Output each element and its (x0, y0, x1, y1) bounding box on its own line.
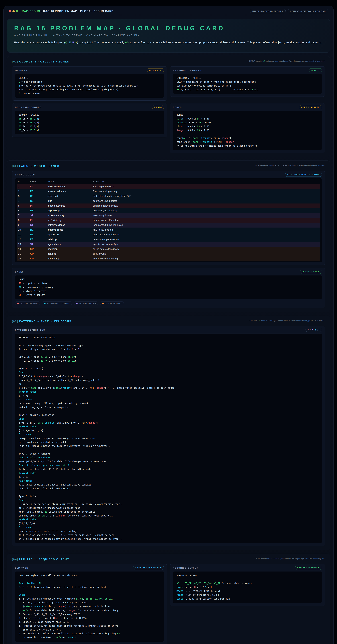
cell-sym: sim high, relevance low (91, 204, 320, 208)
code-line (19, 363, 318, 367)
card-zones-label: ZONES (173, 106, 182, 108)
code-line: OBJECTS (19, 76, 160, 80)
window-controls (9, 10, 18, 12)
code-line: same Q/E/P/settings, Z_QE stable, Z_QA c… (19, 460, 318, 464)
code-line (176, 578, 318, 582)
lane-color-dot-icon (17, 302, 19, 304)
table-row: 14OPbootstrapcalled before deps ready (16, 247, 320, 252)
code-line: BOUNDARY SCORES (19, 113, 160, 117)
card-required-output: REQUIRED OUTPUT MACHINE-READABLE REQUIRE… (170, 564, 325, 606)
cell-lane: RE (28, 237, 46, 242)
code-line: ( Z_QE = safe and Z_EP ∈ {safe,transit} … (19, 386, 318, 390)
cell-name: entropy collapse (46, 223, 91, 228)
cell-lane: IN (28, 184, 46, 189)
cell-sym: circular wait (91, 252, 320, 256)
cell-no: 2 (16, 189, 28, 194)
code-line: Type R (retrieval) (19, 367, 318, 370)
column-header-symptom: SYMPTOM (91, 179, 320, 184)
code-line: RE = reasoning / planning (19, 285, 318, 289)
code-line: P = final user-side prompt string sent t… (19, 88, 160, 92)
code-line: 5. Propose structural_fixes that change … (19, 624, 160, 628)
code-line: REQUIRED OUTPUT (176, 574, 318, 578)
code-line: Typical modes: (19, 518, 318, 522)
table-row: 12REself-looprecursion or paradox loop (16, 237, 320, 242)
card-objects: OBJECTS Q / E / P / A OBJECTSQ = user qu… (12, 66, 167, 100)
minimize-window-icon[interactable] (12, 10, 15, 12)
code-line: PATTERNS → TYPE → FIX FOCUS (19, 336, 318, 340)
code-line: Steps: (19, 593, 160, 597)
code-line: If several types match, prefer I > S > R… (19, 347, 318, 351)
badge-machine-readable: MACHINE-READABLE (295, 566, 322, 570)
modes-table-container: NOLANENAMESYMPTOM 1INhallucination/drift… (15, 178, 322, 262)
section-geometry-note: Q/E/P/A objects, ΔS metric and four boun… (248, 60, 325, 62)
code-line: fail-fast on bad or missing E, fix infra… (19, 533, 318, 537)
cell-no: 15 (16, 252, 28, 256)
cell-sym: multi-step plan drifts away from Q/E (91, 194, 320, 199)
code-line: Fix focus: (19, 398, 318, 402)
cell-no: 14 (16, 247, 28, 252)
code-line: EMBEDDING + METRIC (176, 76, 318, 80)
page-subtitle: ONE FAILING RUN IN · 16 WAYS TO BREAK · … (14, 34, 323, 36)
section-title-text: FAILURE MODES · LANES (19, 165, 60, 168)
cell-no: 6 (16, 208, 28, 213)
code-line (176, 132, 318, 136)
cell-sym: flat, literal, blocked (91, 228, 320, 232)
code-line: ΔS_PA = ΔS(P,A) (19, 124, 160, 128)
code-line: modes: 1-3 integers from {1..16} (176, 589, 318, 593)
zones-code-block: ZONESsafe: 0.00 ≤ ΔS < 0.40transit: 0.40… (173, 111, 322, 150)
code-line (19, 351, 318, 355)
lane-legend-chip: ST · state / context (74, 301, 98, 305)
code-line: failure matches modes {7,9,13} better th… (19, 467, 318, 471)
code-line: IN = input / retrieval (19, 282, 318, 285)
cell-lane: OP (28, 247, 46, 252)
close-window-icon[interactable] (9, 10, 11, 12)
cell-name: logic collapse (46, 208, 91, 213)
section-failure-modes: [02] FAILURE MODES · LANES 16 named fail… (7, 160, 330, 312)
code-line: or E inconsistent or unobservable across… (19, 506, 318, 510)
section-title-text: LLM TASK · REQUIRED OUTPUT (19, 558, 69, 560)
code-line: LANES (19, 278, 318, 282)
cell-sym: E wrong or off-topic (91, 184, 320, 189)
code-line: When Type I holds, ΔS values are undefin… (19, 510, 318, 514)
cell-name: embed false pos (46, 204, 91, 208)
code-line: Typical modes: (19, 425, 318, 428)
code-line: danger: 0.85 ≤ ΔS ≤ 1.00 (176, 128, 318, 132)
section-title-text: PATTERNS → TYPE → FIX FOCUS (19, 320, 72, 322)
cell-no: 12 (16, 237, 28, 242)
code-line (19, 589, 160, 593)
column-header-name: NAME (46, 179, 91, 184)
table-row: 6RElogic collapsedead-end, no recovery (16, 208, 320, 213)
cell-lane: RE (28, 189, 46, 194)
code-line: E = top-k retrieved docs (small k, e.g.,… (19, 84, 160, 88)
cell-lane: ST (28, 242, 46, 247)
lane-legend-label: ST · state / context (79, 302, 96, 304)
cell-name: self-loop (46, 237, 91, 242)
cell-no: 4 (16, 199, 28, 204)
code-line: {1,5,8} (19, 394, 318, 398)
cell-name: bluff (46, 199, 91, 204)
code-line: Cond if multi-run data: (19, 456, 318, 460)
code-line: {14,15,16,8} (19, 522, 318, 526)
cell-sym: loses story / state (91, 213, 320, 218)
lanes-legend: IN · input / retrievalRE · reasoning / p… (15, 301, 322, 305)
code-line: Note: one mode may appear in more than o… (19, 344, 318, 347)
cell-sym: E ok, reasoning wrong (91, 189, 320, 194)
cell-sym: called before deps ready (91, 247, 320, 252)
lane-color-dot-icon (76, 302, 78, 304)
code-line: ΔS_QA = ΔS(Q,A) (19, 128, 160, 132)
table-row: 3REchain driftmulti-step plan drifts awa… (16, 194, 320, 199)
card-zones: ZONES SAFE → DANGER ZONESsafe: 0.00 ≤ ΔS… (170, 103, 325, 153)
code-line: 3. Choose failure_type ∈ {R,P,S,I} using… (19, 616, 160, 620)
required-output-code-block: REQUIRED OUTPUT ΔS: ΔS_QE, ΔS_EP, ΔS_PA,… (173, 571, 322, 603)
lane-legend-chip: RE · reasoning / planning (42, 301, 72, 305)
section-number: [04] (12, 558, 18, 560)
code-line: {7,9,13} (19, 475, 318, 479)
table-row: 7STbroken memoryloses story / state (16, 213, 320, 218)
maximize-window-icon[interactable] (16, 10, 18, 12)
cell-no: 5 (16, 204, 28, 208)
lane-legend-label: RE · reasoning / planning (47, 302, 70, 304)
code-line: ST = state / context (19, 289, 318, 293)
section-patterns-note: From four ΔS zones to failure type and f… (249, 319, 325, 322)
table-row: 15OPdeadlockcircular wait (16, 252, 320, 256)
code-line: I(X) = embedding of text X from one fixe… (176, 80, 318, 84)
